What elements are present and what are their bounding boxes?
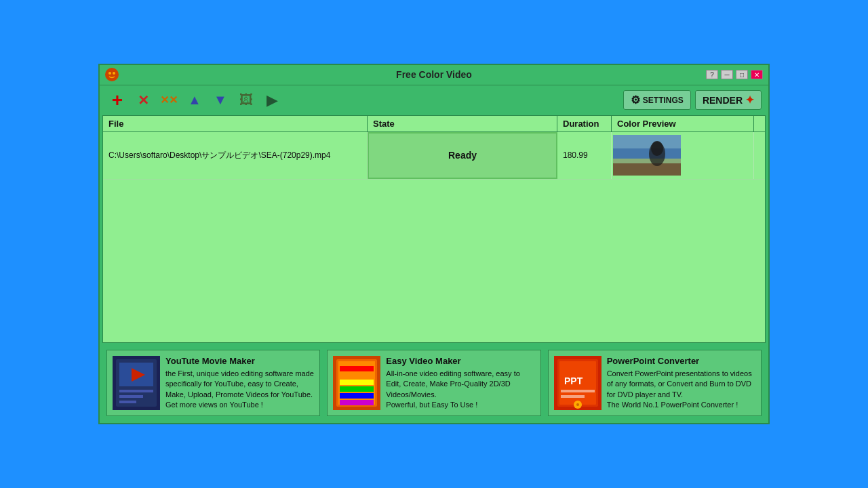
cell-duration: 180.99 [557,132,612,179]
add-file-button[interactable]: + [106,89,128,111]
promo-desc-ppt: Convert PowerPoint presentations to vide… [607,369,755,411]
svg-point-2 [113,72,115,75]
promo-desc-youtube: the First, unique video editing software… [165,369,314,411]
toolbar: + ✕ ✕✕ ▲ ▼ 🖼 ▶ ⚙ SETTINGS RENDER ✦ [100,85,768,115]
column-state: State [368,116,557,131]
svg-rect-22 [340,373,374,378]
svg-rect-31 [561,390,595,392]
column-duration: Duration [557,116,612,131]
promo-card-youtube: YouTute Movie Maker the First, unique vi… [106,350,320,417]
svg-rect-25 [340,393,374,399]
window-title: Free Color Video [396,69,472,80]
promo-thumb-ppt: PPT [554,356,601,410]
promo-card-ppt: PPT PowerPoint Converter Convert PowerPo… [548,350,762,417]
render-button[interactable]: RENDER ✦ [695,90,762,110]
color-preview-thumbnail [613,135,681,176]
file-table: File State Duration Color Preview C:\Use… [102,115,766,343]
gear-icon: ⚙ [631,94,640,106]
arrow-down-icon: ▼ [214,92,227,108]
title-bar-left [105,68,119,81]
promo-text-easy: Easy Video Maker All-in-one video editin… [386,356,534,411]
image-button[interactable]: 🖼 [235,89,257,111]
help-button[interactable]: ? [706,70,718,79]
svg-rect-26 [340,400,374,405]
promo-title-youtube: YouTute Movie Maker [165,356,314,366]
minimize-button[interactable]: ─ [721,70,733,79]
promo-card-easy: Easy Video Maker All-in-one video editin… [327,350,540,417]
clear-all-button[interactable]: ✕✕ [158,89,180,111]
svg-point-9 [651,141,663,156]
svg-point-34 [576,403,579,406]
render-label: RENDER [703,95,743,106]
title-bar: Free Color Video ? ─ □ ✕ [100,65,768,85]
promo-thumb-easy [333,356,380,410]
move-down-button[interactable]: ▼ [210,89,231,111]
render-logo-icon: ✦ [745,94,754,106]
svg-rect-7 [613,163,681,176]
cell-file: C:\Users\softaro\Desktop\サンプルビデオ\SEA-(72… [103,132,368,179]
main-window: Free Color Video ? ─ □ ✕ + ✕ ✕✕ ▲ ▼ 🖼 ▶ [98,64,770,425]
promo-text-ppt: PowerPoint Converter Convert PowerPoint … [607,356,755,411]
play-icon: ▶ [267,92,278,109]
svg-rect-16 [119,395,143,398]
svg-rect-24 [340,386,374,392]
promo-title-easy: Easy Video Maker [386,356,534,366]
promo-thumb-youtube [113,356,160,410]
cell-state: Ready [368,132,557,179]
svg-rect-17 [119,401,136,403]
svg-rect-32 [561,395,585,398]
title-bar-controls: ? ─ □ ✕ [706,70,763,79]
close-button[interactable]: ✕ [751,70,763,79]
svg-point-0 [106,69,117,80]
svg-rect-23 [340,380,374,385]
play-button[interactable]: ▶ [261,89,283,111]
image-icon: 🖼 [239,92,253,108]
promo-title-ppt: PowerPoint Converter [607,356,755,366]
promo-text-youtube: YouTute Movie Maker the First, unique vi… [165,356,314,411]
remove-file-button[interactable]: ✕ [132,89,154,111]
svg-rect-21 [340,366,374,371]
promo-desc-easy: All-in-one video editing software, easy … [386,369,534,411]
table-header: File State Duration Color Preview [103,116,765,132]
remove-icon: ✕ [138,92,149,108]
column-color-preview: Color Preview [612,116,754,131]
table-body: C:\Users\softaro\Desktop\サンプルビデオ\SEA-(72… [103,132,765,342]
svg-text:PPT: PPT [564,375,583,386]
settings-label: SETTINGS [643,96,684,105]
maximize-button[interactable]: □ [736,70,748,79]
arrow-up-icon: ▲ [188,92,201,108]
svg-point-1 [108,72,111,75]
table-row[interactable]: C:\Users\softaro\Desktop\サンプルビデオ\SEA-(72… [103,132,765,180]
column-file: File [103,116,368,131]
app-icon [105,68,119,81]
clear-icon: ✕✕ [160,94,178,106]
promo-area: YouTute Movie Maker the First, unique vi… [100,343,768,424]
cell-color-preview [612,132,754,179]
svg-rect-15 [119,390,153,392]
settings-button[interactable]: ⚙ SETTINGS [623,90,691,110]
move-up-button[interactable]: ▲ [184,89,205,111]
add-icon: + [112,89,123,111]
